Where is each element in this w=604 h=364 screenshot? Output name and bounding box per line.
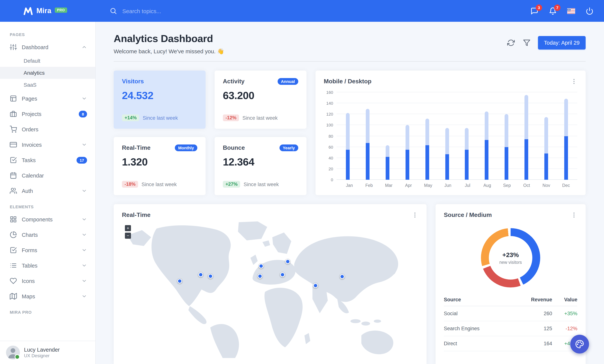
bar-segment-desktop <box>425 119 429 145</box>
bar-segment-desktop <box>445 128 449 154</box>
bar-jun <box>437 92 457 180</box>
bar-segment-mobile <box>445 154 449 180</box>
stat-value: 63.200 <box>223 90 298 102</box>
donut-center-label: new visitors <box>499 260 522 264</box>
bar-segment-mobile <box>485 140 489 180</box>
stat-delta: +27% <box>223 181 240 188</box>
chevron-down-icon <box>81 188 87 194</box>
map-marker[interactable] <box>313 283 318 288</box>
sidebar-item-components[interactable]: Components <box>0 212 95 227</box>
sidebar-item-saas[interactable]: SaaS <box>0 79 95 91</box>
more-vertical-icon <box>571 212 577 218</box>
map-marker[interactable] <box>340 274 345 279</box>
brand[interactable]: Mira PRO <box>0 7 95 15</box>
power-button[interactable] <box>586 7 593 15</box>
bar-segment-desktop <box>504 114 508 147</box>
bar-segment-desktop <box>564 99 568 136</box>
chevron-down-icon <box>81 263 87 268</box>
y-tick-label: 120 <box>326 112 333 116</box>
header-actions: Today: April 29 <box>506 36 586 50</box>
bar-segment-mobile <box>504 147 508 180</box>
heart-icon <box>10 277 17 284</box>
map-marker[interactable] <box>286 259 290 264</box>
notifications-button[interactable]: 7 <box>549 7 557 15</box>
grid-icon <box>10 216 17 223</box>
sidebar-section-label-elements: ELEMENTS <box>0 199 95 212</box>
map-marker[interactable] <box>280 272 285 277</box>
bar-apr <box>397 92 417 180</box>
map-marker[interactable] <box>177 279 182 284</box>
map-icon <box>10 293 17 300</box>
donut-chart[interactable]: +23% new visitors <box>481 228 540 288</box>
map-marker[interactable] <box>208 274 213 278</box>
card-menu-button[interactable] <box>571 78 577 85</box>
sidebar-item-calendar[interactable]: Calendar <box>0 168 95 183</box>
x-tick-label: Apr <box>399 183 418 188</box>
world-map[interactable]: + − <box>122 221 418 358</box>
date-range-button[interactable]: Today: April 29 <box>538 36 586 50</box>
y-tick-label: 140 <box>326 101 333 105</box>
sidebar-item-projects[interactable]: Projects8 <box>0 106 95 122</box>
stat-caption: Since last week <box>141 181 177 187</box>
language-flag-button[interactable] <box>567 7 575 15</box>
map-marker[interactable] <box>198 272 203 277</box>
users-icon <box>10 187 17 194</box>
map-zoom-out-button[interactable]: − <box>125 233 131 239</box>
column-header-revenue: Revenue <box>512 293 552 306</box>
search-input[interactable] <box>122 7 221 14</box>
column-header-source: Source <box>444 293 512 306</box>
topbar-actions: 3 7 <box>530 7 604 15</box>
bar-segment-mobile <box>405 150 409 180</box>
messages-button[interactable]: 3 <box>530 7 538 15</box>
stat-card-real-time: Real-Time Monthly 1.320 -18% Since last … <box>114 137 206 195</box>
more-vertical-icon <box>571 78 577 85</box>
sidebar-item-tasks[interactable]: Tasks17 <box>0 152 95 168</box>
bar-jan <box>338 92 358 180</box>
source-table: Source Revenue Value Social260+35%Search… <box>444 293 577 351</box>
sidebar-item-charts[interactable]: Charts <box>0 227 95 242</box>
sidebar-item-orders[interactable]: Orders <box>0 122 95 137</box>
sidebar-item-invoices[interactable]: Invoices <box>0 137 95 152</box>
filter-button[interactable] <box>522 38 531 47</box>
bar-segment-mobile <box>346 150 350 180</box>
refresh-button[interactable] <box>506 38 516 47</box>
map-zoom-in-button[interactable]: + <box>125 225 131 231</box>
calendar-icon <box>10 172 17 179</box>
bar-chart-plot[interactable] <box>337 92 577 180</box>
sidebar-count-badge: 17 <box>77 157 87 163</box>
bar-jul <box>457 92 477 180</box>
cell-source: Direct <box>444 336 512 351</box>
messages-count-badge: 3 <box>536 4 542 11</box>
sidebar-item-icons[interactable]: Icons <box>0 273 95 289</box>
sidebar-item-auth[interactable]: Auth <box>0 183 95 199</box>
sidebar-item-forms[interactable]: Forms <box>0 242 95 258</box>
bar-segment-mobile <box>386 157 390 180</box>
cell-value: +35% <box>552 306 577 321</box>
divider <box>114 61 586 62</box>
sidebar-item-analytics[interactable]: Analytics <box>0 67 95 79</box>
sidebar-item-dashboard[interactable]: Dashboard <box>0 39 95 55</box>
page-title: Analytics Dashboard <box>114 33 224 45</box>
bar-sep <box>497 92 516 180</box>
bar-may <box>417 92 437 180</box>
card-menu-button[interactable] <box>571 212 577 218</box>
stat-delta: +14% <box>122 114 139 121</box>
sidebar-user[interactable]: Lucy Lavender UX Designer <box>0 341 95 364</box>
stat-caption: Since last week <box>143 115 178 121</box>
sidebar-item-tables[interactable]: Tables <box>0 258 95 273</box>
sidebar: PAGESDashboardDefaultAnalyticsSaaSPagesP… <box>0 22 96 364</box>
source-table-header-row: Source Revenue Value <box>444 293 577 306</box>
card-menu-button[interactable] <box>412 212 418 218</box>
chevron-down-icon <box>81 278 87 284</box>
stat-card-activity: Activity Annual 63.200 -12% Since last w… <box>214 71 306 129</box>
y-tick-label: 160 <box>326 90 333 95</box>
map-marker[interactable] <box>258 274 263 278</box>
sidebar-item-maps[interactable]: Maps <box>0 289 95 304</box>
sidebar-item-pages[interactable]: Pages <box>0 91 95 106</box>
sidebar-item-default[interactable]: Default <box>0 55 95 67</box>
chevron-down-icon <box>81 247 87 253</box>
theme-settings-fab[interactable] <box>570 335 589 353</box>
chevron-up-icon <box>81 44 87 50</box>
bar-segment-mobile <box>525 139 528 180</box>
map-marker[interactable] <box>259 264 264 269</box>
